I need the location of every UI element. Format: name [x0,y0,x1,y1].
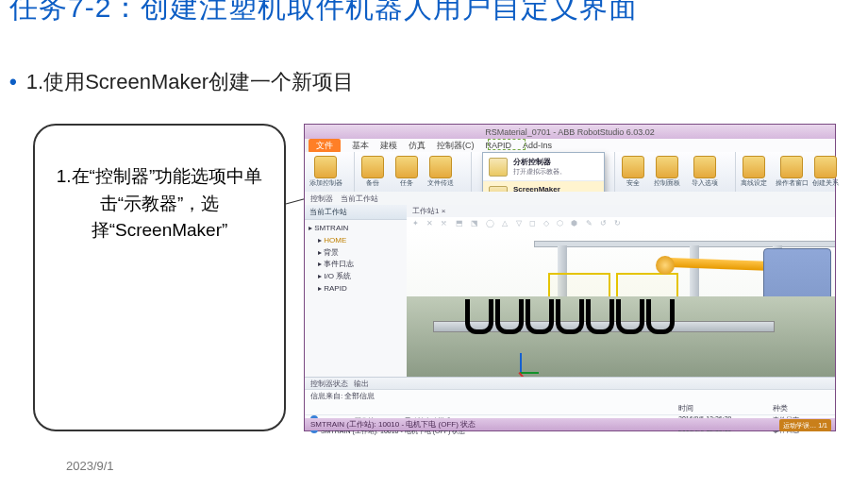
subtab-controller[interactable]: 控制器 [310,194,333,204]
app-titlebar: RSMaterial_0701 - ABB RobotStudio 6.03.0… [305,125,835,139]
part-clamp [646,299,675,334]
task-icon[interactable] [395,156,418,178]
create-relation-label: 创建关系 [807,178,844,188]
add-controller-icon[interactable] [314,156,337,178]
offline-settings-label: 离线设定 [735,178,773,188]
operator-window-icon[interactable] [780,156,803,178]
sub-tabs: 控制器 当前工作站 [305,192,835,206]
part-clamp [556,299,584,334]
annotation-box: 1.在“控制器”功能选项中单击“示教器”，选择“ScreenMaker” [33,124,286,431]
dropdown-item-virtual[interactable]: 分析控制器 打开虚拟示教器。 [483,153,604,180]
slide-bullet: • 1.使用ScreenMaker创建一个新项目 [9,68,354,96]
tree-bg[interactable]: ▸ 背景 [318,247,403,260]
msg-col-info [310,403,678,413]
msg-tab-status[interactable]: 控制器状态 [310,379,348,389]
controller-tree-panel: 当前工作站 ▸ SMTRAIN ▸ HOME ▸ 背景 ▸ 事件日志 ▸ I/O… [305,205,408,378]
robot-arm [665,258,778,271]
msg-columns: 时间 种类 [305,402,835,415]
safety-icon[interactable] [622,156,644,178]
view-3d[interactable] [407,229,835,378]
virtual-tp-icon [489,158,508,177]
operator-window-label: 操作者窗口 [773,178,810,188]
part-clamp [616,299,644,334]
slide-title: 任务7-2：创建注塑机取件机器人用户自定义界面 [9,0,638,27]
status-text: SMTRAIN (工作站): 10010 - 电机下电 (OFF) 状态 [310,420,476,429]
part-clamp [586,299,614,334]
part-clamp [526,299,554,334]
robot-joint [656,256,675,275]
tree-io[interactable]: ▸ I/O 系统 [318,271,403,283]
msg-col-time: 时间 [678,403,773,413]
tab-simulation[interactable]: 仿真 [409,140,426,152]
bullet-text: 1.使用ScreenMaker创建一个新项目 [26,70,354,93]
offline-settings-icon[interactable] [743,156,765,178]
tree-panel-header: 当前工作站 [305,205,407,220]
robotstudio-screenshot: RSMaterial_0701 - ABB RobotStudio 6.03.0… [304,124,836,431]
message-panel: 控制器状态 输出 信息来自: 全部信息 时间 种类 SMTRAIN (工作站):… [305,377,835,418]
tab-basic[interactable]: 基本 [352,140,369,152]
tree-station[interactable]: ▸ SMTRAIN [309,223,403,235]
create-relation-icon[interactable] [814,156,837,178]
axis-triad-icon [520,344,548,372]
tab-modeling[interactable]: 建模 [380,140,397,152]
file-tab[interactable]: 文件 [309,139,341,153]
view-toolbar: ✦ ✕ ⤧ ⬒ ⬔ ◯ △ ▽ ◻ ◇ ⬡ ⬢ ✎ ↺ ↻ [407,217,835,230]
rail-post [690,245,699,302]
annotation-text: 1.在“控制器”功能选项中单击“示教器”，选择“ScreenMaker” [57,166,263,240]
overhead-rail [534,241,835,247]
tab-controller[interactable]: 控制器(C) [437,140,475,152]
part-clamp [495,299,524,334]
backup-icon[interactable] [361,156,384,178]
tree-evtlog[interactable]: ▸ 事件日志 [318,259,403,271]
tab-addins[interactable]: Add-Ins [523,141,552,150]
part-clamp [465,299,493,334]
msg-tab-output[interactable]: 输出 [354,379,369,389]
tree-rapid[interactable]: ▸ RAPID [318,283,403,295]
status-bar: SMTRAIN (工作站): 10010 - 电机下电 (OFF) 状态 运动学… [305,418,835,430]
add-controller-label: 添加控制器 [307,178,344,188]
footer-date: 2023/9/1 [66,459,114,473]
control-panel-label: 控制面板 [648,178,686,188]
controller-tree: ▸ SMTRAIN ▸ HOME ▸ 背景 ▸ 事件日志 ▸ I/O 系统 ▸ … [305,220,407,298]
status-warning-tag[interactable]: 运动学误… 1/1 [779,419,831,431]
tree-home[interactable]: ▸ HOME [318,235,403,247]
bullet-dot-icon: • [9,70,17,93]
task-label: 任务 [388,178,426,188]
import-options-icon[interactable] [693,156,716,178]
import-options-label: 导入选项 [686,178,724,188]
ribbon-tabs: 文件 基本 建模 仿真 控制器(C) RAPID Add-Ins [309,139,835,152]
subtab-station[interactable]: 当前工作站 [341,194,378,204]
dropdown-item-virtual-title: 分析控制器 [513,157,566,167]
msg-col-type: 种类 [773,403,829,413]
backup-label: 备份 [354,178,392,188]
view-tab[interactable]: 工作站1 × [407,205,835,218]
file-transfer-icon[interactable] [429,156,452,178]
safety-label: 安全 [614,178,652,188]
teach-pendant-highlight [488,139,526,150]
msg-filter[interactable]: 信息来自: 全部信息 [305,390,835,402]
control-panel-icon[interactable] [656,156,678,178]
file-transfer-label: 文件传送 [422,178,459,188]
dropdown-item-virtual-sub: 打开虚拟示教器。 [513,167,566,177]
